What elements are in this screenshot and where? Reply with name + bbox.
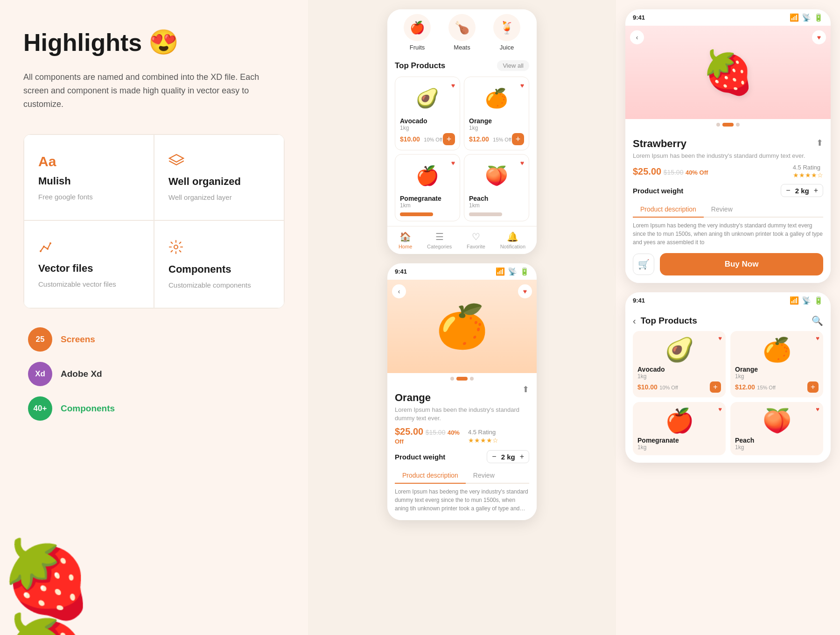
middle-panel: 🍎 Fruits 🍗 Meats 🍹 Juice Top Products Vi… xyxy=(308,0,616,635)
svg-point-1 xyxy=(43,246,45,247)
highlights-description: All components are named and combined in… xyxy=(23,71,285,111)
orange-rating-row: $25.00 $15.00 40% Off 4.5 Rating ★★★★☆ xyxy=(395,426,529,445)
view-all-button[interactable]: View all xyxy=(497,60,529,71)
weight-increase[interactable]: + xyxy=(520,452,524,461)
tp-avocado-discount: 10% Off xyxy=(659,385,678,390)
tp-pom-name: Pomegranate xyxy=(637,437,721,444)
strawberry-discount: 40% Off xyxy=(686,169,708,176)
orange-price-block: $25.00 $15.00 40% Off xyxy=(395,426,468,445)
wifi-icon: 📡 xyxy=(508,267,517,276)
strawberry-weight-increase[interactable]: + xyxy=(814,186,818,195)
products-section-header: Top Products View all xyxy=(387,56,537,74)
tp-peach-heart: ♥ xyxy=(816,406,819,413)
tab-product-description[interactable]: Product description xyxy=(395,468,466,484)
screens-badge: 25 xyxy=(28,327,52,352)
progress-dots xyxy=(387,373,537,384)
dot-2 xyxy=(456,377,468,381)
progress-dots-3 xyxy=(625,119,831,130)
decorative-strawberries: 🍓🍓🍓 xyxy=(0,542,159,635)
nav-categories[interactable]: ☰ Categories xyxy=(427,231,452,249)
feature-well-organized-title: Well organized xyxy=(168,176,241,188)
avocado-add-button[interactable]: + xyxy=(443,133,455,145)
font-aa-icon: Aa xyxy=(38,154,56,169)
orange-price: $12.00 xyxy=(469,135,489,143)
tp-avocado: ♥ 🥑 Avocado 1kg $10.00 10% Off + xyxy=(633,331,726,397)
tab-strawberry-review[interactable]: Review xyxy=(704,202,740,217)
nav-favorite[interactable]: ♡ Favorite xyxy=(467,231,485,249)
status-bar-2: 9:41 📶 📡 🔋 xyxy=(387,263,537,280)
orange-weight: 1kg xyxy=(469,125,524,131)
strawberry-tabs-row: Product description Review xyxy=(633,202,823,218)
back-button-3[interactable]: ‹ xyxy=(630,30,644,44)
nav-favorite-label: Favorite xyxy=(467,244,485,249)
buy-now-button[interactable]: Buy Now xyxy=(660,253,823,275)
share-icon-3[interactable]: ⬆ xyxy=(816,138,823,148)
weight-decrease[interactable]: − xyxy=(492,452,496,461)
orange-hero: ‹ ♥ 🍊 xyxy=(387,280,537,373)
tp-orange-add[interactable]: + xyxy=(807,381,819,393)
tab-review[interactable]: Review xyxy=(466,468,502,483)
orange-rating: 4.5 Rating ★★★★☆ xyxy=(468,428,529,444)
tp-avocado-name: Avocado xyxy=(637,366,721,373)
gear-icon xyxy=(168,240,183,258)
tp-avocado-image: 🥑 xyxy=(637,336,721,364)
status-bar-4: 9:41 📶 📡 🔋 xyxy=(625,292,831,309)
strawberry-hero: ‹ ♥ 🍓 xyxy=(625,26,831,119)
tp-peach: ♥ 🍑 Peach 1kg xyxy=(730,402,823,455)
time-4: 9:41 xyxy=(633,297,645,304)
pomegranate-name: Pomegranate xyxy=(400,195,455,202)
products-grid: ♥ 🥑 Avocado 1kg $10.00 10% Off + ♥ xyxy=(387,74,537,226)
title-text: Highlights xyxy=(23,28,142,56)
nav-home[interactable]: 🏠 Home xyxy=(399,231,412,249)
favorite-button-2[interactable]: ♥ xyxy=(518,284,532,298)
nav-notification[interactable]: 🔔 Notification xyxy=(500,231,525,249)
juice-icon: 🍹 xyxy=(493,14,520,41)
phone-top-products: 9:41 📶 📡 🔋 ‹ Top Products 🔍 ♥ 🥑 xyxy=(625,292,831,463)
favorite-button-3[interactable]: ♥ xyxy=(812,30,826,44)
feature-vector-title: Vector files xyxy=(38,262,93,275)
strawberry-price-block: $25.00 $15.00 40% Off xyxy=(633,166,708,177)
pomegranate-bar xyxy=(400,212,433,216)
signal-icon: 📶 xyxy=(496,267,505,276)
screens-label: Screens xyxy=(61,334,95,345)
cat-meats[interactable]: 🍗 Meats xyxy=(448,14,476,51)
share-icon[interactable]: ⬆ xyxy=(522,384,529,395)
home-icon: 🏠 xyxy=(399,231,411,242)
sdot-2 xyxy=(722,123,734,127)
cat-fruits[interactable]: 🍎 Fruits xyxy=(404,14,431,51)
orange-add-button[interactable]: + xyxy=(512,133,524,145)
adobe-label: Adobe Xd xyxy=(61,369,102,379)
signal-icon-4: 📶 xyxy=(790,296,799,305)
emoji-icon: 😍 xyxy=(148,28,179,56)
feature-vector: Vector files Customizable vector files xyxy=(24,220,154,308)
feature-mulish: Aa Mulish Free google fonts xyxy=(24,134,154,220)
orange-hero-image: 🍊 xyxy=(436,302,488,351)
nav-categories-label: Categories xyxy=(427,244,452,249)
tp-pomegranate: ♥ 🍎 Pomegranate 1kg xyxy=(633,402,726,455)
tp-orange-image: 🍊 xyxy=(735,336,819,364)
peach-bar xyxy=(469,212,502,216)
orange-price-row: $12.00 15% Off + xyxy=(469,133,524,145)
tp-orange-discount: 15% Off xyxy=(757,385,776,390)
sdot-1 xyxy=(716,123,720,127)
tp-header: ‹ Top Products 🔍 xyxy=(625,309,831,331)
tp-orange-weight: 1kg xyxy=(735,373,819,380)
strawberry-weight-control: − 2 kg + xyxy=(781,184,823,197)
cart-icon-button[interactable]: 🛒 xyxy=(633,254,654,275)
tp-grid: ♥ 🥑 Avocado 1kg $10.00 10% Off + ♥ xyxy=(625,331,831,463)
notification-icon: 🔔 xyxy=(507,231,518,242)
orange-detail-desc: Lorem Ipsum has been the industry's stan… xyxy=(395,406,529,423)
components-label: Components xyxy=(61,403,115,414)
avocado-discount: 10% Off xyxy=(424,137,442,142)
cat-juice[interactable]: 🍹 Juice xyxy=(493,14,520,51)
tp-back-button[interactable]: ‹ xyxy=(633,316,636,326)
feature-components: Components Customizable components xyxy=(154,220,284,308)
search-icon[interactable]: 🔍 xyxy=(812,315,823,326)
back-button-2[interactable]: ‹ xyxy=(392,284,406,298)
strawberry-weight-decrease[interactable]: − xyxy=(786,186,790,195)
fruits-label: Fruits xyxy=(410,44,425,51)
tab-strawberry-description[interactable]: Product description xyxy=(633,202,704,218)
product-peach: ♥ 🍑 Peach 1km xyxy=(464,154,529,221)
orange-old-price: $15.00 xyxy=(426,429,446,436)
tp-avocado-add[interactable]: + xyxy=(710,381,721,393)
